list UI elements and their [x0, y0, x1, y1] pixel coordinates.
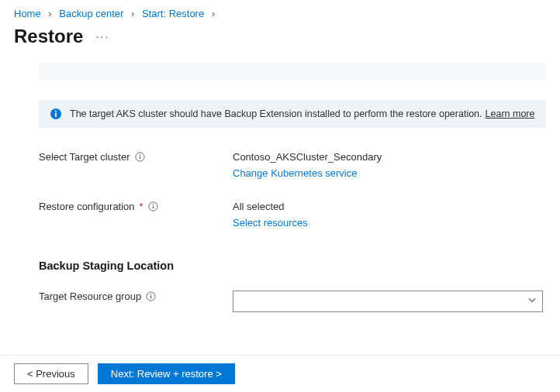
target-resource-group-row: Target Resource group — [39, 291, 546, 312]
chevron-right-icon: › — [48, 8, 51, 19]
svg-rect-5 — [139, 154, 140, 155]
info-banner-text: The target AKS cluster should have Backu… — [70, 108, 482, 119]
svg-rect-1 — [55, 113, 57, 118]
page-title: Restore — [14, 26, 83, 47]
backup-staging-heading: Backup Staging Location — [39, 260, 546, 272]
svg-rect-4 — [139, 156, 140, 160]
svg-rect-11 — [150, 294, 151, 294]
chevron-right-icon: › — [212, 8, 215, 19]
breadcrumb-backup-center[interactable]: Backup center — [59, 8, 123, 19]
restore-config-label-text: Restore configuration — [39, 201, 135, 212]
restore-config-row: Restore configuration * All selected Sel… — [39, 201, 546, 229]
more-actions-button[interactable]: ··· — [95, 30, 109, 43]
info-icon[interactable] — [146, 291, 156, 301]
svg-rect-10 — [150, 296, 151, 299]
page-header: Restore ··· — [0, 19, 560, 63]
svg-rect-8 — [152, 204, 153, 205]
info-icon[interactable] — [135, 152, 145, 162]
target-cluster-label-text: Select Target cluster — [39, 151, 130, 163]
footer-actions: < Previous Next: Review + restore > — [0, 355, 560, 392]
svg-rect-2 — [55, 111, 57, 112]
target-cluster-value: Contoso_AKSCluster_Secondary — [233, 151, 546, 163]
chevron-right-icon: › — [131, 8, 134, 19]
next-review-restore-button[interactable]: Next: Review + restore > — [98, 363, 235, 384]
breadcrumb: Home › Backup center › Start: Restore › — [0, 0, 560, 19]
previous-button[interactable]: < Previous — [14, 363, 88, 384]
info-icon — [50, 108, 62, 120]
target-resource-group-select[interactable] — [233, 291, 543, 312]
target-rg-label-text: Target Resource group — [39, 291, 141, 302]
restore-config-label: Restore configuration * — [39, 201, 233, 212]
target-resource-group-label: Target Resource group — [39, 291, 233, 302]
progress-placeholder — [39, 63, 546, 80]
target-cluster-row: Select Target cluster Contoso_AKSCluster… — [39, 151, 546, 179]
target-cluster-label: Select Target cluster — [39, 151, 233, 163]
breadcrumb-home[interactable]: Home — [14, 8, 41, 19]
change-kubernetes-link[interactable]: Change Kubernetes service — [233, 167, 357, 179]
required-asterisk: * — [140, 201, 143, 212]
info-banner: The target AKS cluster should have Backu… — [39, 100, 546, 128]
breadcrumb-start-restore[interactable]: Start: Restore — [142, 8, 204, 19]
restore-config-value: All selected — [233, 201, 546, 212]
select-resources-link[interactable]: Select resources — [233, 217, 308, 229]
svg-rect-7 — [152, 206, 153, 209]
learn-more-link[interactable]: Learn more — [486, 108, 535, 119]
info-icon[interactable] — [148, 201, 158, 211]
